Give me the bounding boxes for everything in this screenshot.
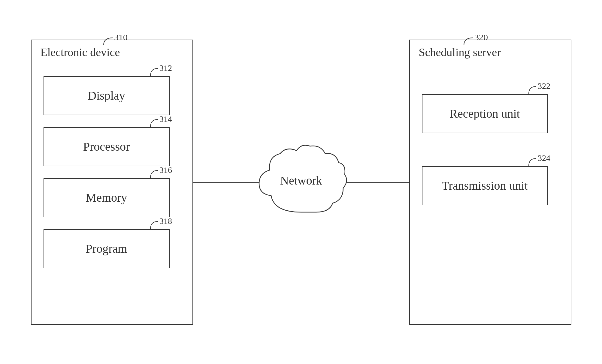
electronic-device-box: 310 Electronic device 312 Display 314: [31, 40, 193, 325]
ref-314-curve: 314: [138, 116, 174, 128]
program-label: Program: [86, 242, 127, 256]
electronic-device-title: Electronic device: [41, 46, 120, 59]
processor-box: Processor: [44, 127, 170, 166]
display-box: Display: [44, 76, 170, 115]
scheduling-server-title: Scheduling server: [419, 46, 501, 59]
scheduling-server-box: 320 Scheduling server 322 Reception unit…: [409, 40, 571, 325]
svg-text:312: 312: [159, 65, 172, 73]
processor-wrapper: 314 Processor: [44, 127, 180, 166]
transmission-unit-label: Transmission unit: [442, 179, 528, 193]
reception-wrapper: 322 Reception unit: [422, 94, 559, 133]
diagram-container: 310 Electronic device 312 Display 314: [0, 0, 602, 364]
network-area: Network: [193, 40, 409, 325]
ref-324-curve: 324: [517, 155, 556, 167]
memory-label: Memory: [86, 191, 127, 205]
memory-wrapper: 316 Memory: [44, 178, 180, 217]
cloud-container: Network: [250, 140, 352, 224]
svg-text:310: 310: [114, 35, 128, 42]
svg-text:322: 322: [538, 83, 550, 91]
ref-310-curve: 310: [80, 35, 140, 47]
svg-text:316: 316: [159, 167, 172, 175]
svg-text:324: 324: [538, 155, 550, 163]
svg-text:Network: Network: [280, 174, 322, 187]
ref-316-curve: 316: [138, 167, 174, 179]
transmission-wrapper: 324 Transmission unit: [422, 166, 559, 205]
reception-unit-label: Reception unit: [449, 107, 520, 121]
ref-318-curve: 318: [138, 218, 174, 230]
display-label: Display: [88, 89, 125, 103]
ref-312-curve: 312: [138, 65, 174, 77]
program-box: Program: [44, 229, 170, 268]
svg-text:314: 314: [159, 116, 172, 124]
svg-text:320: 320: [474, 35, 488, 42]
processor-label: Processor: [83, 140, 130, 154]
transmission-unit-box: Transmission unit: [422, 166, 548, 205]
svg-text:318: 318: [159, 218, 172, 226]
memory-box: Memory: [44, 178, 170, 217]
reception-unit-box: Reception unit: [422, 94, 548, 133]
main-layout: 310 Electronic device 312 Display 314: [31, 25, 571, 340]
cloud-svg: Network: [250, 140, 352, 224]
display-wrapper: 312 Display: [44, 76, 180, 115]
ref-320-curve: 320: [440, 35, 506, 47]
ref-322-curve: 322: [517, 83, 556, 95]
program-wrapper: 318 Program: [44, 229, 180, 268]
